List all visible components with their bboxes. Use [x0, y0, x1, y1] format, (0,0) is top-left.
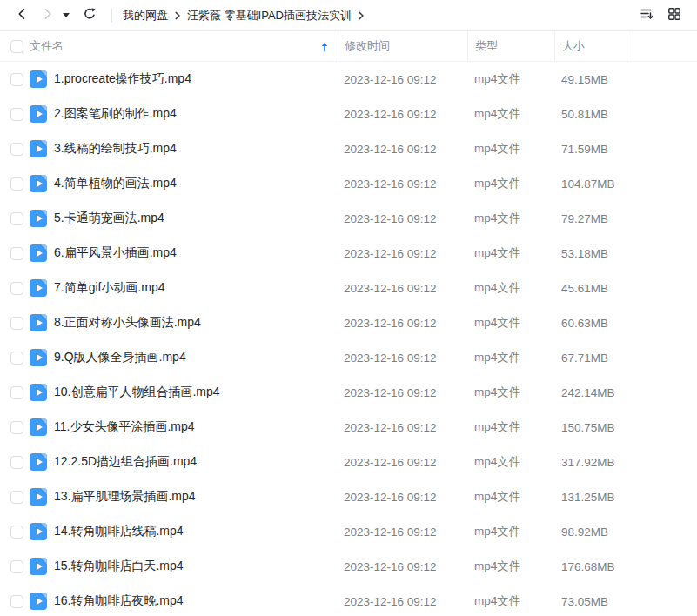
sort-order-button[interactable] [636, 5, 657, 26]
file-name[interactable]: 2.图案笔刷的制作.mp4 [54, 106, 177, 122]
row-checkbox[interactable] [10, 352, 23, 365]
row-checkbox[interactable] [10, 560, 23, 573]
icon-fold-corner [41, 558, 47, 564]
row-checkbox[interactable] [10, 247, 23, 260]
video-file-icon [30, 244, 47, 262]
file-row[interactable]: 1.procreate操作技巧.mp4 2023-12-16 09:12 mp4… [0, 62, 697, 97]
row-check-cell [0, 421, 30, 434]
file-name[interactable]: 12.2.5D描边组合插画.mp4 [54, 454, 197, 470]
video-file-icon [30, 593, 47, 610]
row-checkbox[interactable] [10, 421, 23, 434]
row-checkbox[interactable] [10, 317, 23, 330]
row-checkbox[interactable] [10, 595, 23, 608]
grid-view-button[interactable] [664, 5, 685, 26]
icon-fold-corner [41, 140, 47, 146]
file-name[interactable]: 7.简单gif小动画.mp4 [54, 280, 165, 296]
file-row[interactable]: 7.简单gif小动画.mp4 2023-12-16 09:12 mp4文件 45… [0, 271, 697, 305]
file-row[interactable]: 4.简单植物的画法.mp4 2023-12-16 09:12 mp4文件 104… [0, 166, 697, 201]
row-check-cell [0, 317, 30, 330]
row-name-cell: 6.扁平风景小插画.mp4 [30, 244, 338, 262]
column-header-size[interactable]: 大小 [554, 31, 633, 61]
row-checkbox[interactable] [10, 73, 23, 86]
column-header-type[interactable]: 类型 [467, 31, 554, 61]
file-modified-time: 2023-12-16 09:12 [338, 352, 467, 365]
breadcrumb-item-root[interactable]: 我的网盘 [123, 8, 168, 23]
file-type: mp4文件 [467, 315, 554, 331]
file-type: mp4文件 [467, 71, 554, 87]
icon-fold-corner [41, 488, 47, 494]
row-name-cell: 3.线稿的绘制技巧.mp4 [30, 140, 338, 157]
file-name[interactable]: 9.Q版人像全身插画.mp4 [54, 350, 186, 365]
sort-ascending-icon[interactable] [319, 41, 330, 52]
row-checkbox[interactable] [10, 456, 23, 469]
file-row[interactable]: 14.转角咖啡店线稿.mp4 2023-12-16 09:12 mp4文件 98… [0, 514, 697, 549]
toolbar-divider [111, 9, 112, 23]
file-modified-time: 2023-12-16 09:12 [338, 421, 467, 434]
file-modified-time: 2023-12-16 09:12 [338, 212, 467, 225]
row-checkbox[interactable] [10, 491, 23, 504]
file-modified-time: 2023-12-16 09:12 [338, 456, 467, 469]
icon-fold-corner [41, 384, 47, 390]
file-size: 71.59MB [554, 143, 633, 156]
forward-button[interactable] [38, 6, 57, 25]
file-name[interactable]: 15.转角咖啡店白天.mp4 [54, 559, 184, 574]
video-file-icon [30, 279, 47, 297]
play-triangle-icon [37, 563, 43, 570]
row-name-cell: 13.扁平肌理场景插画.mp4 [30, 488, 338, 506]
row-checkbox[interactable] [10, 282, 23, 295]
file-type: mp4文件 [467, 559, 554, 574]
file-type: mp4文件 [467, 385, 554, 400]
row-checkbox[interactable] [10, 177, 23, 191]
file-name[interactable]: 4.简单植物的画法.mp4 [54, 176, 177, 191]
file-row[interactable]: 11.少女头像平涂插画.mp4 2023-12-16 09:12 mp4文件 1… [0, 410, 697, 445]
breadcrumb-item-folder[interactable]: 汪紫薇 零基础IPAD插画技法实训 [187, 8, 352, 23]
column-header-name[interactable]: 文件名 [30, 38, 338, 54]
file-row[interactable]: 13.扁平肌理场景插画.mp4 2023-12-16 09:12 mp4文件 1… [0, 479, 697, 514]
file-size: 53.18MB [554, 247, 633, 260]
row-check-cell [0, 177, 30, 191]
file-name[interactable]: 6.扁平风景小插画.mp4 [54, 245, 177, 261]
play-triangle-icon [37, 250, 43, 257]
video-file-icon [30, 488, 47, 506]
file-name[interactable]: 3.线稿的绘制技巧.mp4 [54, 141, 177, 157]
refresh-button[interactable] [80, 6, 99, 25]
file-name[interactable]: 14.转角咖啡店线稿.mp4 [54, 524, 184, 539]
file-row[interactable]: 3.线稿的绘制技巧.mp4 2023-12-16 09:12 mp4文件 71.… [0, 131, 697, 166]
file-row[interactable]: 12.2.5D描边组合插画.mp4 2023-12-16 09:12 mp4文件… [0, 445, 697, 479]
file-name[interactable]: 5.卡通萌宠画法.mp4 [54, 211, 164, 226]
file-row[interactable]: 9.Q版人像全身插画.mp4 2023-12-16 09:12 mp4文件 67… [0, 340, 697, 375]
row-name-cell: 12.2.5D描边组合插画.mp4 [30, 453, 338, 471]
file-row[interactable]: 6.扁平风景小插画.mp4 2023-12-16 09:12 mp4文件 53.… [0, 236, 697, 271]
file-type: mp4文件 [467, 211, 554, 226]
file-name[interactable]: 1.procreate操作技巧.mp4 [54, 71, 191, 87]
file-name[interactable]: 16.转角咖啡店夜晚.mp4 [54, 593, 184, 609]
file-name[interactable]: 13.扁平肌理场景插画.mp4 [54, 489, 196, 505]
row-checkbox[interactable] [10, 526, 23, 539]
column-time-label: 修改时间 [345, 38, 390, 54]
file-row[interactable]: 5.卡通萌宠画法.mp4 2023-12-16 09:12 mp4文件 79.2… [0, 201, 697, 236]
icon-fold-corner [41, 593, 47, 599]
file-type: mp4文件 [467, 593, 554, 609]
row-checkbox[interactable] [10, 143, 23, 156]
file-name[interactable]: 10.创意扁平人物组合插画.mp4 [54, 385, 220, 400]
history-dropdown-icon[interactable] [63, 13, 70, 17]
file-row[interactable]: 15.转角咖啡店白天.mp4 2023-12-16 09:12 mp4文件 17… [0, 549, 697, 584]
file-modified-time: 2023-12-16 09:12 [338, 177, 467, 191]
back-button[interactable] [12, 6, 31, 25]
row-checkbox[interactable] [10, 212, 23, 225]
file-name[interactable]: 8.正面对称小头像画法.mp4 [54, 315, 201, 331]
file-size: 131.25MB [554, 491, 633, 504]
column-header-time[interactable]: 修改时间 [338, 31, 467, 61]
video-file-icon [30, 453, 47, 471]
file-row[interactable]: 2.图案笔刷的制作.mp4 2023-12-16 09:12 mp4文件 50.… [0, 97, 697, 131]
file-row[interactable]: 10.创意扁平人物组合插画.mp4 2023-12-16 09:12 mp4文件… [0, 375, 697, 410]
icon-fold-corner [41, 244, 47, 251]
select-all-checkbox[interactable] [10, 40, 23, 53]
file-row[interactable]: 8.正面对称小头像画法.mp4 2023-12-16 09:12 mp4文件 6… [0, 305, 697, 340]
row-checkbox[interactable] [10, 108, 23, 121]
row-checkbox[interactable] [10, 386, 23, 399]
file-name[interactable]: 11.少女头像平涂插画.mp4 [54, 419, 195, 435]
video-file-icon [30, 349, 47, 366]
file-type: mp4文件 [467, 176, 554, 191]
file-row[interactable]: 16.转角咖啡店夜晚.mp4 2023-12-16 09:12 mp4文件 73… [0, 584, 697, 616]
